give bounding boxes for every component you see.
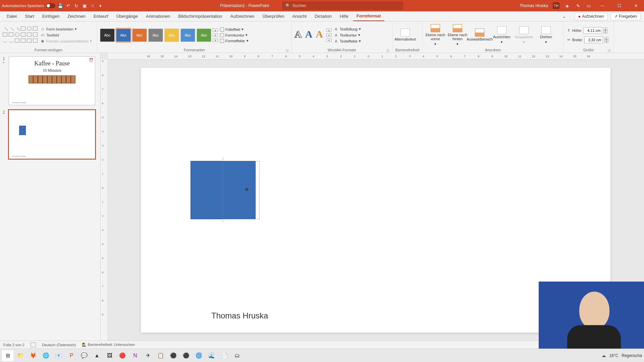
weather-cond[interactable]: Regenscha bbox=[622, 353, 642, 358]
tab-ansicht[interactable]: Ansicht bbox=[289, 12, 310, 21]
effects-button[interactable]: Formeffekte▾ bbox=[220, 39, 249, 43]
tab-uebergaenge[interactable]: Übergänge bbox=[113, 12, 141, 21]
width-input[interactable] bbox=[584, 37, 603, 43]
height-input[interactable] bbox=[583, 27, 602, 34]
width-field[interactable]: ⇔ Breite: ▴▾ bbox=[566, 37, 608, 43]
toggle-switch-icon[interactable] bbox=[46, 3, 55, 8]
present-icon[interactable]: ▣ bbox=[82, 3, 88, 9]
wordart-gallery[interactable]: A A A ▴▾▾ bbox=[294, 28, 332, 42]
touch-icon[interactable]: ☟ bbox=[90, 3, 96, 9]
slide-thumbnail-2[interactable]: 2 Thomas Hruska bbox=[3, 110, 98, 159]
office-icon[interactable] bbox=[31, 343, 36, 347]
language-label[interactable]: Deutsch (Österreich) bbox=[42, 343, 76, 347]
selection-pane-button[interactable]: Auswahlbereich bbox=[470, 28, 490, 41]
telegram-icon[interactable]: ✈ bbox=[142, 350, 154, 361]
onenote-icon[interactable]: N bbox=[129, 350, 141, 361]
shapes-gallery[interactable] bbox=[3, 26, 38, 44]
shape-styles-gallery[interactable]: Abc Abc Abc Abc Abc Abc Abc ▴▾▾ bbox=[100, 28, 218, 42]
redo-icon[interactable]: ↻ bbox=[73, 3, 79, 9]
tab-start[interactable]: Start bbox=[21, 12, 37, 21]
app-icon[interactable]: 🗂 bbox=[231, 350, 243, 361]
start-button[interactable]: ⊞ bbox=[2, 350, 13, 361]
autosave-toggle[interactable]: Automatisches Speichern bbox=[2, 3, 55, 8]
text-effects-button[interactable]: ATexteffekte▾ bbox=[334, 39, 361, 44]
tab-animationen[interactable]: Animationen bbox=[143, 12, 173, 21]
tab-formformat[interactable]: Formformat bbox=[353, 11, 384, 21]
app-icon[interactable]: 📄 bbox=[219, 350, 230, 361]
app-icon[interactable]: 🔴 bbox=[117, 350, 128, 361]
style-blue[interactable]: Abc bbox=[116, 28, 131, 42]
tab-ueberpruefen[interactable]: Überprüfen bbox=[259, 12, 287, 21]
powerpoint-icon[interactable]: P bbox=[66, 350, 77, 361]
tab-entwurf[interactable]: Entwurf bbox=[90, 12, 112, 21]
tab-dictation[interactable]: Dictation bbox=[311, 12, 335, 21]
textbox-button[interactable]: ▭Textfeld bbox=[40, 33, 92, 38]
app-icon[interactable]: 📋 bbox=[155, 350, 166, 361]
firefox-icon[interactable]: 🦊 bbox=[28, 350, 39, 361]
style-black[interactable]: Abc bbox=[100, 28, 115, 42]
search-input[interactable]: 🔍 Suchen bbox=[282, 2, 403, 10]
weather-icon[interactable]: ☁ bbox=[602, 353, 606, 358]
window-icon[interactable]: ▭ bbox=[586, 3, 592, 9]
style-gray[interactable]: Abc bbox=[148, 28, 163, 42]
close-button[interactable]: ✕ bbox=[630, 2, 642, 10]
app-icon[interactable]: 🌀 bbox=[193, 350, 205, 361]
tab-bildschirm[interactable]: Bildschirmpräsentation bbox=[175, 12, 226, 21]
undo-icon[interactable]: ↶ bbox=[65, 3, 71, 9]
style-orange[interactable]: Abc bbox=[132, 28, 147, 42]
send-backward-button[interactable]: Ebene nach hinten▾ bbox=[447, 24, 468, 46]
tab-aufzeichnen[interactable]: Aufzeichnen bbox=[227, 12, 258, 21]
bring-forward-button[interactable]: Ebene nach vorne▾ bbox=[425, 24, 445, 46]
save-icon[interactable]: 💾 bbox=[57, 3, 63, 9]
vlc-icon[interactable]: ▲ bbox=[91, 350, 103, 361]
maximize-button[interactable]: ☐ bbox=[613, 2, 625, 10]
slide-thumbnail-1[interactable]: 1* Kaffee - Pause 10 Minuten ⏰ Thomas Hr… bbox=[3, 56, 98, 105]
explorer-icon[interactable]: 📁 bbox=[15, 350, 26, 361]
app-icon[interactable]: 🖼 bbox=[104, 350, 115, 361]
obs-icon[interactable]: ⚫ bbox=[168, 350, 179, 361]
tab-zeichnen[interactable]: Zeichnen bbox=[64, 12, 89, 21]
wordart-blue[interactable]: A bbox=[305, 28, 313, 42]
style-green[interactable]: Abc bbox=[197, 28, 211, 42]
chrome-icon[interactable]: 🌐 bbox=[40, 350, 52, 361]
slide-thumbnails-panel[interactable]: 1* Kaffee - Pause 10 Minuten ⏰ Thomas Hr… bbox=[0, 53, 101, 341]
height-field[interactable]: ⇕ Höhe: ▴▾ bbox=[566, 27, 608, 34]
app-icon[interactable]: 💬 bbox=[78, 350, 90, 361]
user-avatar[interactable]: TH bbox=[553, 2, 559, 9]
alt-text-button[interactable]: Alternativtext bbox=[395, 28, 415, 41]
height-spinner[interactable]: ▴▾ bbox=[603, 27, 607, 34]
wordart-outline[interactable]: A bbox=[294, 28, 302, 42]
launcher-icon[interactable]: ◲ bbox=[286, 49, 289, 52]
edge-icon[interactable]: 🌊 bbox=[206, 350, 217, 361]
slide-footer-text[interactable]: Thomas Hruska bbox=[211, 311, 268, 320]
wordart-more-button[interactable]: ▴▾▾ bbox=[326, 28, 332, 42]
tab-einfuegen[interactable]: Einfügen bbox=[39, 12, 63, 21]
rotate-button[interactable]: Drehen▾ bbox=[536, 26, 556, 44]
edit-shape-button[interactable]: ◇Form bearbeiten▾ bbox=[40, 27, 92, 32]
share-button[interactable]: ↗ Freigeben bbox=[610, 13, 641, 20]
minimize-button[interactable]: — bbox=[596, 2, 608, 10]
align-button[interactable]: Ausrichten▾ bbox=[492, 26, 512, 44]
style-yellow[interactable]: Abc bbox=[164, 28, 179, 42]
pen-icon[interactable]: ✎ bbox=[575, 3, 581, 9]
text-outline-button[interactable]: ATextkontur▾ bbox=[334, 33, 361, 38]
launcher-icon[interactable]: ◲ bbox=[386, 49, 389, 52]
outline-button[interactable]: Formkontur▾ bbox=[220, 33, 249, 37]
tab-hilfe[interactable]: Hilfe bbox=[336, 12, 352, 21]
app-icon[interactable]: ⚫ bbox=[180, 350, 192, 361]
record-button[interactable]: ● Aufzeichnen bbox=[575, 13, 608, 20]
wordart-orange[interactable]: A bbox=[316, 28, 323, 42]
fill-effect-button[interactable]: Fülleffekt▾ bbox=[220, 27, 249, 32]
style-lblue[interactable]: Abc bbox=[180, 28, 195, 42]
launcher-icon[interactable]: ◲ bbox=[608, 49, 611, 52]
weather-temp[interactable]: 16°C bbox=[609, 353, 618, 358]
accessibility-label[interactable]: 🕵 Barrierefreiheit: Untersuchen bbox=[82, 343, 135, 347]
diamond-icon[interactable]: ◈ bbox=[564, 3, 570, 9]
width-spinner[interactable]: ▴▾ bbox=[604, 37, 608, 43]
slide-counter[interactable]: Folie 2 von 2 bbox=[3, 343, 24, 347]
collapse-ribbon-icon[interactable]: ⌄ bbox=[560, 13, 568, 20]
tab-datei[interactable]: Datei bbox=[3, 12, 20, 21]
outlook-icon[interactable]: 📧 bbox=[53, 350, 64, 361]
style-more-button[interactable]: ▴▾▾ bbox=[213, 28, 218, 42]
text-fill-button[interactable]: ATextfüllung▾ bbox=[334, 27, 361, 32]
